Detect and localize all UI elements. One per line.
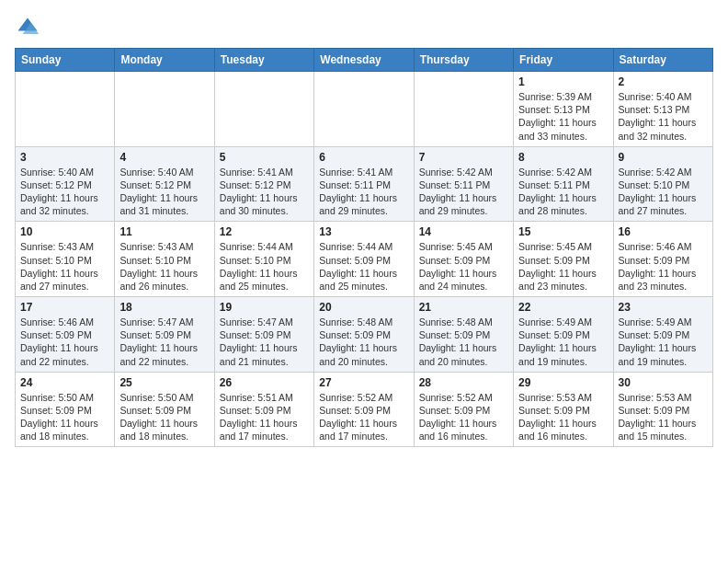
day-number: 13 [319,225,408,238]
day-info: Sunrise: 5:44 AM Sunset: 5:10 PM Dayligh… [220,240,309,293]
day-info: Sunrise: 5:41 AM Sunset: 5:11 PM Dayligh… [319,166,408,218]
calendar-cell: 19Sunrise: 5:47 AM Sunset: 5:09 PM Dayli… [214,297,313,373]
calendar-cell: 22Sunrise: 5:49 AM Sunset: 5:09 PM Dayli… [514,297,613,373]
calendar-cell: 28Sunrise: 5:52 AM Sunset: 5:09 PM Dayli… [414,372,513,447]
calendar-cell: 9Sunrise: 5:42 AM Sunset: 5:10 PM Daylig… [613,146,712,222]
day-number: 17 [20,301,109,314]
calendar-cell: 23Sunrise: 5:49 AM Sunset: 5:09 PM Dayli… [613,297,712,373]
day-number: 25 [119,376,209,389]
day-number: 14 [419,225,508,238]
day-number: 8 [518,151,608,164]
calendar-cell: 30Sunrise: 5:53 AM Sunset: 5:09 PM Dayli… [613,372,712,447]
calendar-cell: 6Sunrise: 5:41 AM Sunset: 5:11 PM Daylig… [314,146,414,222]
day-info: Sunrise: 5:49 AM Sunset: 5:09 PM Dayligh… [518,316,608,368]
calendar-cell: 8Sunrise: 5:42 AM Sunset: 5:11 PM Daylig… [514,146,613,222]
day-info: Sunrise: 5:40 AM Sunset: 5:12 PM Dayligh… [119,166,209,218]
day-number: 26 [220,376,309,389]
day-info: Sunrise: 5:52 AM Sunset: 5:09 PM Dayligh… [419,391,508,443]
calendar-cell: 14Sunrise: 5:45 AM Sunset: 5:09 PM Dayli… [414,222,513,297]
weekday-header: Monday [115,49,214,72]
calendar-cell: 1Sunrise: 5:39 AM Sunset: 5:13 PM Daylig… [514,72,613,147]
calendar-cell [115,72,214,147]
day-info: Sunrise: 5:48 AM Sunset: 5:09 PM Dayligh… [419,316,508,368]
day-number: 1 [518,75,608,88]
day-number: 2 [619,75,708,88]
day-info: Sunrise: 5:43 AM Sunset: 5:10 PM Dayligh… [119,240,209,293]
weekday-header: Sunday [16,49,115,72]
day-info: Sunrise: 5:40 AM Sunset: 5:12 PM Dayligh… [20,166,109,218]
day-info: Sunrise: 5:43 AM Sunset: 5:10 PM Dayligh… [20,240,109,293]
day-info: Sunrise: 5:45 AM Sunset: 5:09 PM Dayligh… [518,240,608,293]
calendar-week-row: 24Sunrise: 5:50 AM Sunset: 5:09 PM Dayli… [16,372,713,447]
day-number: 9 [619,151,708,164]
calendar-cell: 12Sunrise: 5:44 AM Sunset: 5:10 PM Dayli… [214,222,313,297]
calendar-cell: 3Sunrise: 5:40 AM Sunset: 5:12 PM Daylig… [16,146,115,222]
day-info: Sunrise: 5:42 AM Sunset: 5:11 PM Dayligh… [518,166,608,218]
day-number: 5 [220,151,309,164]
day-number: 22 [518,301,608,314]
day-number: 11 [119,225,209,238]
day-info: Sunrise: 5:47 AM Sunset: 5:09 PM Dayligh… [119,316,209,368]
day-info: Sunrise: 5:47 AM Sunset: 5:09 PM Dayligh… [220,316,309,368]
calendar-cell [214,72,313,147]
calendar-cell: 27Sunrise: 5:52 AM Sunset: 5:09 PM Dayli… [314,372,414,447]
day-number: 16 [619,225,708,238]
day-info: Sunrise: 5:42 AM Sunset: 5:10 PM Dayligh… [619,166,708,218]
weekday-header: Saturday [613,49,712,72]
day-number: 10 [20,225,109,238]
calendar-cell: 25Sunrise: 5:50 AM Sunset: 5:09 PM Dayli… [115,372,214,447]
weekday-header: Wednesday [314,49,414,72]
day-number: 15 [518,225,608,238]
day-info: Sunrise: 5:40 AM Sunset: 5:13 PM Dayligh… [619,90,708,143]
day-number: 30 [619,376,708,389]
day-info: Sunrise: 5:39 AM Sunset: 5:13 PM Dayligh… [518,90,608,143]
day-number: 4 [119,151,209,164]
page-header [15,15,713,40]
calendar-cell: 17Sunrise: 5:46 AM Sunset: 5:09 PM Dayli… [16,297,115,373]
day-number: 28 [419,376,508,389]
calendar-header-row: SundayMondayTuesdayWednesdayThursdayFrid… [16,49,713,72]
calendar-cell [414,72,513,147]
calendar-cell: 29Sunrise: 5:53 AM Sunset: 5:09 PM Dayli… [514,372,613,447]
day-number: 18 [119,301,209,314]
day-number: 21 [419,301,508,314]
calendar-cell: 2Sunrise: 5:40 AM Sunset: 5:13 PM Daylig… [613,72,712,147]
calendar-week-row: 10Sunrise: 5:43 AM Sunset: 5:10 PM Dayli… [16,222,713,297]
day-info: Sunrise: 5:52 AM Sunset: 5:09 PM Dayligh… [319,391,408,443]
day-number: 3 [20,151,109,164]
day-info: Sunrise: 5:45 AM Sunset: 5:09 PM Dayligh… [419,240,508,293]
calendar-cell: 20Sunrise: 5:48 AM Sunset: 5:09 PM Dayli… [314,297,414,373]
day-info: Sunrise: 5:42 AM Sunset: 5:11 PM Dayligh… [419,166,508,218]
weekday-header: Tuesday [214,49,313,72]
calendar-cell: 16Sunrise: 5:46 AM Sunset: 5:09 PM Dayli… [613,222,712,297]
day-info: Sunrise: 5:50 AM Sunset: 5:09 PM Dayligh… [119,391,209,443]
day-number: 29 [518,376,608,389]
day-info: Sunrise: 5:41 AM Sunset: 5:12 PM Dayligh… [220,166,309,218]
day-info: Sunrise: 5:46 AM Sunset: 5:09 PM Dayligh… [619,240,708,293]
calendar-cell: 24Sunrise: 5:50 AM Sunset: 5:09 PM Dayli… [16,372,115,447]
calendar-cell: 10Sunrise: 5:43 AM Sunset: 5:10 PM Dayli… [16,222,115,297]
calendar-week-row: 3Sunrise: 5:40 AM Sunset: 5:12 PM Daylig… [16,146,713,222]
day-number: 24 [20,376,109,389]
day-info: Sunrise: 5:44 AM Sunset: 5:09 PM Dayligh… [319,240,408,293]
day-info: Sunrise: 5:49 AM Sunset: 5:09 PM Dayligh… [619,316,708,368]
day-number: 27 [319,376,408,389]
day-info: Sunrise: 5:51 AM Sunset: 5:09 PM Dayligh… [220,391,309,443]
calendar-cell: 13Sunrise: 5:44 AM Sunset: 5:09 PM Dayli… [314,222,414,297]
day-number: 20 [319,301,408,314]
calendar-cell: 18Sunrise: 5:47 AM Sunset: 5:09 PM Dayli… [115,297,214,373]
day-number: 7 [419,151,508,164]
calendar-week-row: 17Sunrise: 5:46 AM Sunset: 5:09 PM Dayli… [16,297,713,373]
calendar-cell [314,72,414,147]
logo [15,15,44,40]
calendar-cell: 5Sunrise: 5:41 AM Sunset: 5:12 PM Daylig… [214,146,313,222]
calendar-cell: 15Sunrise: 5:45 AM Sunset: 5:09 PM Dayli… [514,222,613,297]
day-number: 6 [319,151,408,164]
day-info: Sunrise: 5:53 AM Sunset: 5:09 PM Dayligh… [518,391,608,443]
logo-icon [15,15,40,40]
day-number: 19 [220,301,309,314]
day-info: Sunrise: 5:53 AM Sunset: 5:09 PM Dayligh… [619,391,708,443]
day-number: 12 [220,225,309,238]
calendar-cell [16,72,115,147]
calendar-cell: 21Sunrise: 5:48 AM Sunset: 5:09 PM Dayli… [414,297,513,373]
